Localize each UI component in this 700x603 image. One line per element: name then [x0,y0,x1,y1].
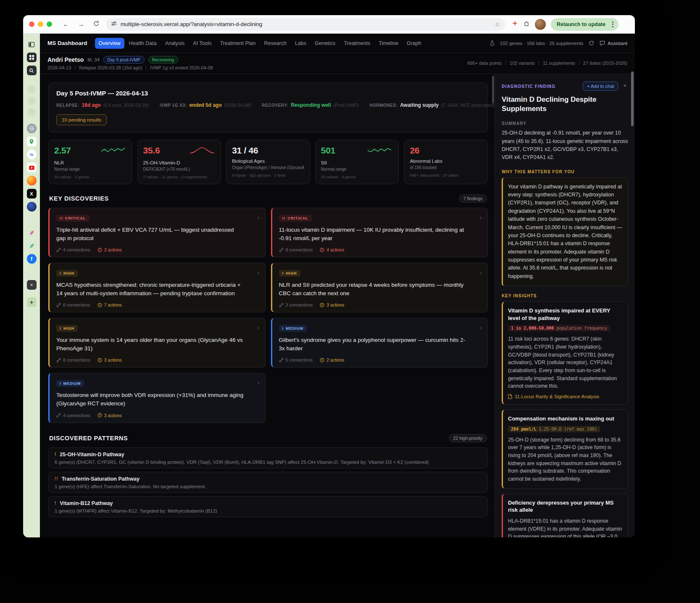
sii-range: Normal range [321,167,393,172]
close-window-button[interactable] [29,21,34,27]
tab-labs[interactable]: Labs [291,38,310,49]
tab-research[interactable]: Research [260,38,290,49]
insight-text: HLA-DRB1*15:01 has a vitamin D response … [508,517,623,537]
insight-card[interactable]: Compensation mechanism is maxing out 204… [502,410,628,489]
feather-green-icon[interactable] [27,241,37,251]
insight-analysis-link[interactable]: 11-Locus Rarity & Significance Analysis [508,394,623,399]
discovery-card[interactable]: › !!CRITICAL 11-locus vitamin D impairme… [271,208,488,257]
browser-menu-icon[interactable] [610,20,616,29]
assistant-button[interactable]: Assistant [600,40,627,46]
tab-graph[interactable]: Graph [403,38,425,49]
vitamin-d-meta: 7 values · 11 genes · 2 supplements [143,175,216,179]
chevron-right-icon[interactable]: › [480,324,482,331]
ita-badge-icon[interactable]: ita [27,150,37,159]
insight-card[interactable]: Vitamin D synthesis impaired at EVERY le… [502,302,628,405]
extensions-puzzle-icon[interactable] [523,20,530,29]
x-twitter-icon[interactable]: X [27,189,37,198]
discovery-text: NLR and SII predicted your relapse 4 wee… [279,281,467,297]
severity-icon: ! [282,271,284,275]
chevron-right-icon[interactable]: › [480,214,482,221]
stat-card-abnormal-labs[interactable]: 26 Abnormal Labs of 156 tracked 695+ dat… [404,140,488,184]
facebook-icon[interactable]: f [27,254,37,264]
stat-card-biological-ages[interactable]: 31 / 46 Biological Ages Organ (PhenoAge)… [226,140,310,184]
content-scrollbar[interactable] [492,76,494,103]
minimize-window-button[interactable] [38,21,43,27]
stat-card-nlr[interactable]: 2.57 NLR Normal range 16 values · 3 gene… [48,140,132,184]
severity-icon: !! [55,476,58,481]
severity-label: HIGH [63,326,74,331]
faded-tab-icon[interactable] [28,108,36,116]
blue-globe-icon[interactable] [27,202,37,212]
tab-analysis[interactable]: Analysis [161,38,189,49]
insight-link-label: 11-Locus Rarity & Significance Analysis [515,394,599,399]
pencil-icon[interactable] [27,215,37,225]
grid-app-icon[interactable] [27,53,37,62]
feather-pink-icon[interactable] [27,228,37,238]
chevron-right-icon[interactable]: › [258,269,260,276]
reload-icon[interactable] [91,20,102,29]
add-to-chat-button[interactable]: + Add to chat [583,82,618,91]
youtube-icon[interactable] [27,163,37,172]
severity-label: HIGH [286,271,297,275]
tab-treatment-plan[interactable]: Treatment Plan [216,38,259,49]
discovery-card[interactable]: › !HIGH Your immune system is 14 years o… [48,318,266,368]
stat-card-vitamin-d[interactable]: 35.6 25-OH-Vitamin-D DEFICIENT (<75 nmol… [137,140,221,184]
url-text: multiple-sclerosis.vercel.app/?analysis=… [121,21,491,27]
nlr-meta: 16 values · 3 genes [54,175,126,179]
profile-avatar[interactable] [535,19,546,30]
zoom-window-button[interactable] [47,21,52,27]
actions-count: 2 actions [320,357,344,362]
bookmark-star-icon[interactable]: ☆ [495,21,500,28]
tab-timeline[interactable]: Timeline [375,38,402,49]
pattern-row[interactable]: !! Transferrin-Saturation Pathway 1 gene… [48,472,488,493]
refresh-icon[interactable] [589,40,594,46]
pattern-row[interactable]: ! 25-OH-Vitamin-D Pathway 6 gene(s) (DHC… [48,447,488,468]
tab-genetics[interactable]: Genetics [311,38,339,49]
forward-icon[interactable]: → [76,21,87,28]
search-app-icon[interactable] [27,66,37,75]
chevron-right-icon[interactable]: › [480,269,482,276]
finding-title: Vitamin D Declining Despite Supplements [502,95,628,114]
address-bar[interactable]: multiple-sclerosis.vercel.app/?analysis=… [106,18,505,31]
pencil-icon-2[interactable] [27,267,37,277]
discovery-card[interactable]: › !HIGH MCAS hypothesis strengthened: ch… [48,263,266,312]
severity-label: MEDIUM [286,326,303,331]
stat-card-sii[interactable]: 501 SII Normal range 16 values · 3 genes [315,140,399,184]
maps-pin-icon[interactable] [27,137,37,146]
why-matters-label: WHY THIS MATTERS FOR YOU [502,169,628,174]
discovery-card[interactable]: › !!CRITICAL Triple-hit antiviral defici… [48,208,266,257]
tab-health-data[interactable]: Health Data [125,38,161,49]
new-tab-icon[interactable]: + [27,297,37,307]
back-icon[interactable]: ← [61,21,71,28]
discovery-card[interactable]: › iMEDIUM Testosterone will improve both… [48,373,266,423]
insight-card[interactable]: Deficiency derepresses your primary MS r… [502,494,628,537]
sidebar-toggle-icon[interactable] [27,40,37,49]
firefox-icon[interactable] [27,176,37,185]
tab-overview[interactable]: Overview [95,38,124,49]
relaunch-to-update-button[interactable]: Relaunch to update [551,18,618,31]
close-panel-icon[interactable]: × [621,82,628,90]
chevron-right-icon[interactable]: › [258,379,260,386]
nav-meta: 102 genes · 156 labs · 25 supplements As… [490,40,628,46]
sparkle-extension-icon[interactable] [512,20,518,28]
close-tab-icon[interactable]: × [27,280,37,290]
faded-tab-icon[interactable] [28,85,36,93]
chevron-right-icon[interactable]: › [258,214,260,221]
chevron-right-icon[interactable]: › [258,324,260,331]
relapse-note: (C4 cord, 2026-03-28) [103,103,149,108]
pattern-description: 1 gene(s) (MTHFR) affect Vitamin-B12. Ta… [55,508,482,513]
window-scrollbar[interactable] [631,71,634,126]
severity-icon: !! [282,216,286,220]
tab-ai-tools[interactable]: AI Tools [189,38,215,49]
key-insights-label: KEY INSIGHTS [502,294,628,298]
tab-treatments[interactable]: Treatments [340,38,374,49]
hero-title: Day 5 Post-IVMP — 2026-04-13 [56,90,480,97]
faded-tab-icon[interactable] [28,97,36,105]
discovery-card[interactable]: › iMEDIUM Gilbert's syndrome gives you a… [271,318,488,368]
discovery-card[interactable]: › !HIGH NLR and SII predicted your relap… [271,263,488,312]
globe-icon[interactable] [27,124,37,133]
site-settings-icon[interactable] [111,21,117,28]
pending-results-button[interactable]: 10 pending results [56,114,107,125]
summary-label: SUMMARY [502,121,628,126]
pattern-row[interactable]: ! Vitamin-B12 Pathway 1 gene(s) (MTHFR) … [48,496,488,517]
